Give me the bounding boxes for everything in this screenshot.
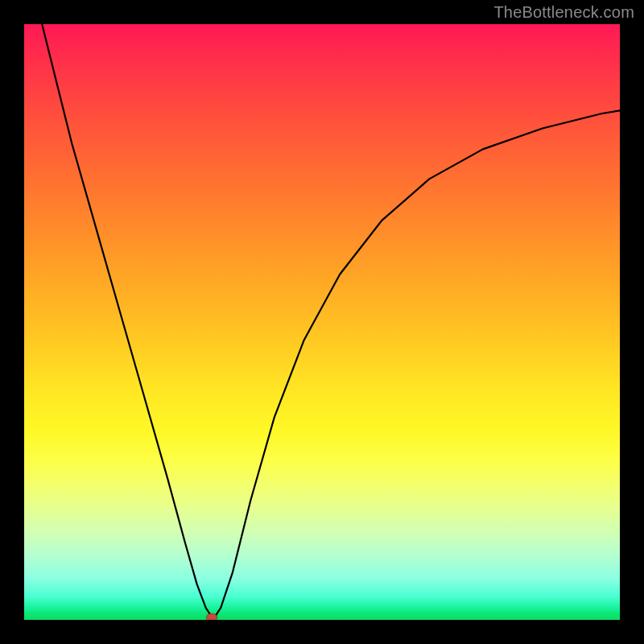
curve-layer [24, 24, 620, 620]
plot-area [24, 24, 620, 620]
watermark-text: TheBottleneck.com [493, 3, 634, 22]
chart-frame: TheBottleneck.com [0, 0, 644, 644]
bottleneck-curve [42, 24, 620, 617]
min-marker-icon [206, 613, 217, 620]
